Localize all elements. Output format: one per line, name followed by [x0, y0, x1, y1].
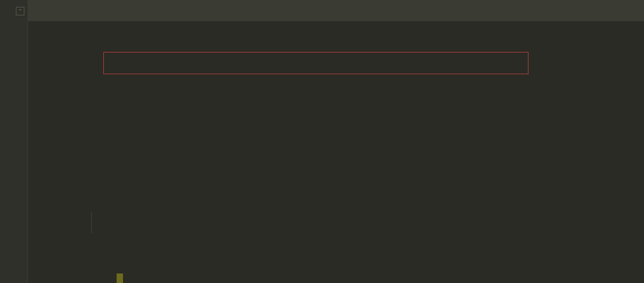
- line-number-gutter[interactable]: −: [0, 0, 28, 283]
- code-editor[interactable]: − if(imInfo.isConfig==1 && reg.test(imIn…: [0, 0, 644, 283]
- annotation-rectangle: [103, 52, 528, 74]
- fold-toggle-icon[interactable]: −: [16, 7, 24, 15]
- brace-match-highlight: [117, 273, 123, 283]
- code-line[interactable]: [28, 212, 644, 233]
- code-content[interactable]: if(imInfo.isConfig==1 && reg.test(imInfo…: [28, 0, 644, 283]
